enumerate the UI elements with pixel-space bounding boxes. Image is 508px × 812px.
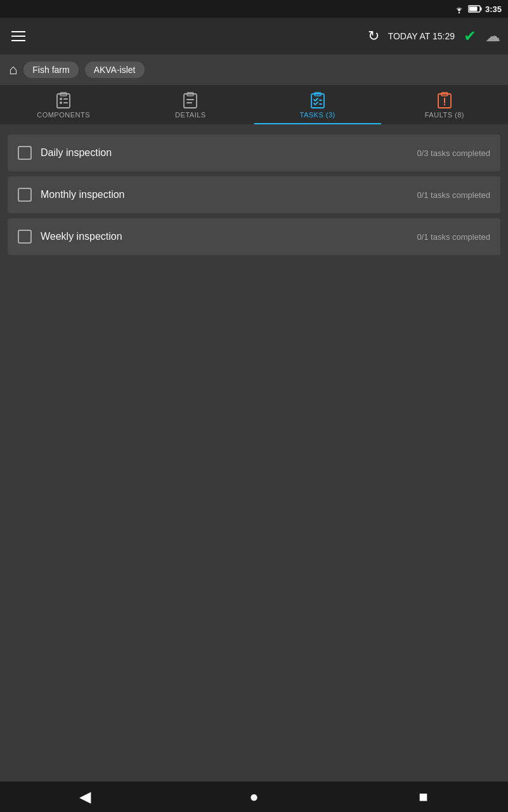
task-row-monthly[interactable]: Monthly inspection 0/1 tasks completed [8, 176, 500, 213]
svg-rect-16 [319, 100, 322, 101]
task-status-monthly: 0/1 tasks completed [417, 190, 490, 200]
svg-rect-3 [469, 7, 477, 11]
tab-faults[interactable]: FAULTS (8) [381, 85, 508, 124]
svg-rect-9 [63, 102, 68, 103]
svg-rect-2 [480, 8, 481, 11]
back-button[interactable]: ◀ [66, 784, 104, 809]
svg-point-21 [444, 103, 445, 105]
nav-right: ↻ TODAY AT 15:29 ✔ ☁ [368, 27, 500, 45]
tab-details-label: DETAILS [175, 111, 206, 119]
task-row-daily[interactable]: Daily inspection 0/3 tasks completed [8, 134, 500, 171]
task-status-daily: 0/3 tasks completed [417, 148, 490, 158]
task-checkbox-monthly[interactable] [18, 188, 32, 202]
breadcrumb-fish-farm[interactable]: Fish farm [23, 62, 78, 78]
tab-tasks-label: TASKS (3) [299, 111, 335, 119]
status-icons: 3:35 [453, 4, 502, 14]
svg-point-8 [60, 102, 62, 104]
tab-components-label: COMPONENTS [37, 111, 90, 119]
svg-rect-12 [186, 99, 194, 100]
tabs-bar: COMPONENTS DETAILS TASKS (3) F [0, 85, 508, 124]
check-circle-icon: ✔ [464, 27, 476, 45]
task-label-daily: Daily inspection [41, 147, 408, 159]
today-timestamp: TODAY AT 15:29 [388, 31, 455, 41]
task-status-weekly: 0/1 tasks completed [417, 232, 490, 242]
tab-components[interactable]: COMPONENTS [0, 85, 127, 124]
wifi-icon [453, 4, 465, 13]
tab-details[interactable]: DETAILS [127, 85, 254, 124]
task-label-weekly: Weekly inspection [41, 231, 408, 242]
faults-tab-icon [436, 91, 453, 109]
breadcrumb-bar: ⌂ Fish farm AKVA-islet [0, 55, 508, 85]
recents-button[interactable]: ■ [405, 784, 443, 809]
status-bar: 3:35 [0, 0, 508, 18]
task-checkbox-daily[interactable] [18, 146, 32, 160]
components-tab-icon [55, 91, 72, 109]
hamburger-button[interactable] [8, 27, 29, 45]
tab-tasks[interactable]: TASKS (3) [254, 85, 381, 124]
tasks-tab-icon [309, 91, 327, 109]
svg-point-0 [459, 12, 460, 13]
home-button[interactable]: ● [235, 784, 273, 809]
status-time: 3:35 [485, 4, 502, 14]
cloud-icon: ☁ [485, 27, 500, 45]
breadcrumb-akva-islet[interactable]: AKVA-islet [85, 62, 145, 78]
home-icon[interactable]: ⌂ [9, 62, 17, 78]
details-tab-icon [181, 91, 199, 109]
top-nav: ↻ TODAY AT 15:29 ✔ ☁ [0, 18, 508, 55]
tab-faults-label: FAULTS (8) [425, 111, 464, 119]
sync-icon[interactable]: ↻ [368, 28, 379, 44]
battery-icon [468, 4, 482, 13]
svg-rect-17 [319, 103, 322, 105]
main-content: Daily inspection 0/3 tasks completed Mon… [0, 124, 508, 782]
task-checkbox-weekly[interactable] [18, 230, 32, 244]
task-label-monthly: Monthly inspection [41, 189, 408, 200]
bottom-nav: ◀ ● ■ [0, 782, 508, 812]
svg-rect-13 [186, 102, 192, 103]
svg-rect-7 [63, 98, 68, 100]
svg-point-6 [60, 98, 62, 100]
task-row-weekly[interactable]: Weekly inspection 0/1 tasks completed [8, 218, 500, 255]
